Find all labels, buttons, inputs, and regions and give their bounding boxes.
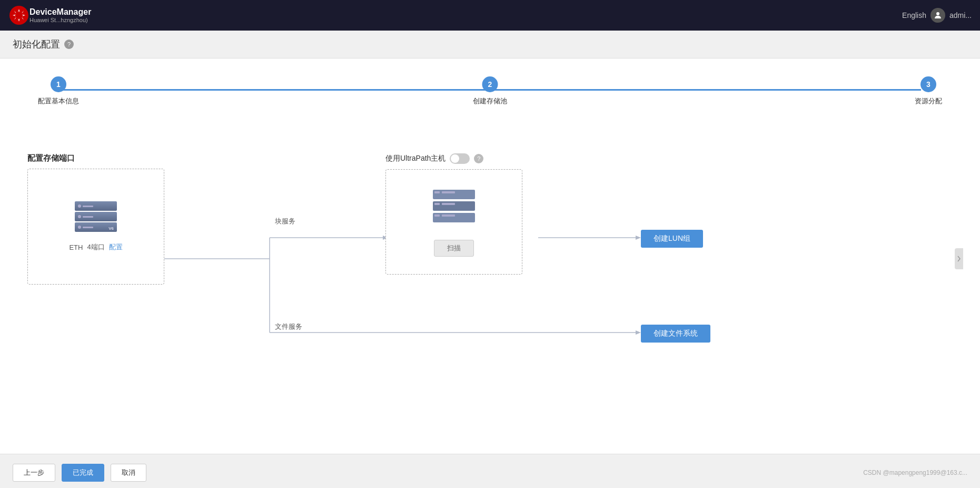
chevron-right-icon <box>957 255 961 262</box>
app-subtitle: Huawei St...hzngzhou) <box>29 17 902 23</box>
step-2: 2 创建存储池 <box>473 76 507 106</box>
server-rack-icon: V6 <box>75 201 117 232</box>
ultrapath-help-icon[interactable]: ? <box>474 154 483 163</box>
done-button[interactable]: 已完成 <box>62 464 104 482</box>
step-1-label: 配置基本信息 <box>38 96 79 106</box>
svg-rect-17 <box>433 213 475 222</box>
svg-marker-8 <box>636 236 641 240</box>
main-content: 1 配置基本信息 2 创建存储池 3 资源分配 <box>0 58 980 454</box>
ultrapath-label: 使用UltraPath主机 <box>385 154 446 163</box>
ultrapath-section: 使用UltraPath主机 ? <box>385 153 522 275</box>
storage-port-title: 配置存储端口 <box>27 153 164 163</box>
diagram-wrapper: 配置存储端口 V6 ETH 4端口 配置 块服务 文件服务 <box>17 132 963 385</box>
block-service-label: 块服务 <box>275 217 295 226</box>
svg-rect-16 <box>442 203 455 205</box>
port-info: ETH 4端口 配置 <box>69 242 122 252</box>
help-icon[interactable]: ? <box>64 40 74 49</box>
svg-rect-15 <box>434 203 440 205</box>
create-lun-button[interactable]: 创建LUN组 <box>641 230 703 248</box>
host-server-icon <box>430 187 478 226</box>
huawei-logo-icon <box>8 5 29 26</box>
rack-unit-1 <box>75 201 117 211</box>
step-2-circle: 2 <box>482 76 498 92</box>
step-2-label: 创建存储池 <box>473 96 507 106</box>
step-1-circle: 1 <box>51 76 66 92</box>
host-box: 扫描 <box>385 169 522 275</box>
username-label[interactable]: admi... <box>949 11 972 19</box>
app-header: DeviceManager Huawei St...hzngzhou) Engl… <box>0 0 980 31</box>
watermark-text: CSDN @mapengpeng1999@163.c... <box>863 469 967 476</box>
step-3-label: 资源分配 <box>915 96 942 106</box>
svg-rect-11 <box>433 190 475 199</box>
svg-rect-19 <box>442 214 455 217</box>
header-right: English admi... <box>902 8 972 23</box>
header-title-group: DeviceManager Huawei St...hzngzhou) <box>29 7 902 23</box>
storage-port-box: V6 ETH 4端口 配置 <box>27 169 164 285</box>
step-3-circle: 3 <box>920 76 936 92</box>
cancel-button[interactable]: 取消 <box>111 464 146 482</box>
svg-marker-10 <box>636 330 641 335</box>
stepper: 1 配置基本信息 2 创建存储池 3 资源分配 <box>17 71 963 111</box>
app-name: DeviceManager <box>29 7 902 17</box>
svg-point-0 <box>9 6 28 25</box>
svg-point-1 <box>936 12 939 15</box>
svg-rect-18 <box>434 214 440 217</box>
language-selector[interactable]: English <box>902 11 926 19</box>
toggle-knob <box>451 154 459 163</box>
svg-rect-14 <box>433 201 475 211</box>
rack-unit-v6: V6 <box>75 222 117 232</box>
prev-button[interactable]: 上一步 <box>13 464 55 482</box>
rack-unit-2 <box>75 212 117 221</box>
page-title-bar: 初始化配置 ? <box>0 31 980 58</box>
ultrapath-header: 使用UltraPath主机 ? <box>385 153 522 164</box>
collapse-panel-icon[interactable] <box>955 248 963 269</box>
file-service-label: 文件服务 <box>275 322 302 331</box>
create-filesystem-button[interactable]: 创建文件系统 <box>641 325 710 343</box>
svg-rect-12 <box>434 191 440 193</box>
page-title: 初始化配置 <box>13 38 60 51</box>
port-count: 4端口 <box>87 242 104 252</box>
host-server-svg <box>430 187 478 224</box>
step-1: 1 配置基本信息 <box>38 76 79 106</box>
footer: 上一步 已完成 取消 CSDN @mapengpeng1999@163.c... <box>0 454 980 488</box>
storage-port-section: 配置存储端口 V6 ETH 4端口 配置 <box>27 153 164 285</box>
step-3: 3 资源分配 <box>915 76 942 106</box>
scan-button[interactable]: 扫描 <box>434 240 474 257</box>
svg-rect-13 <box>442 191 455 193</box>
port-config-link[interactable]: 配置 <box>109 242 123 252</box>
eth-label: ETH <box>69 243 83 251</box>
ultrapath-toggle[interactable] <box>450 153 470 164</box>
user-avatar-icon[interactable] <box>930 8 945 23</box>
